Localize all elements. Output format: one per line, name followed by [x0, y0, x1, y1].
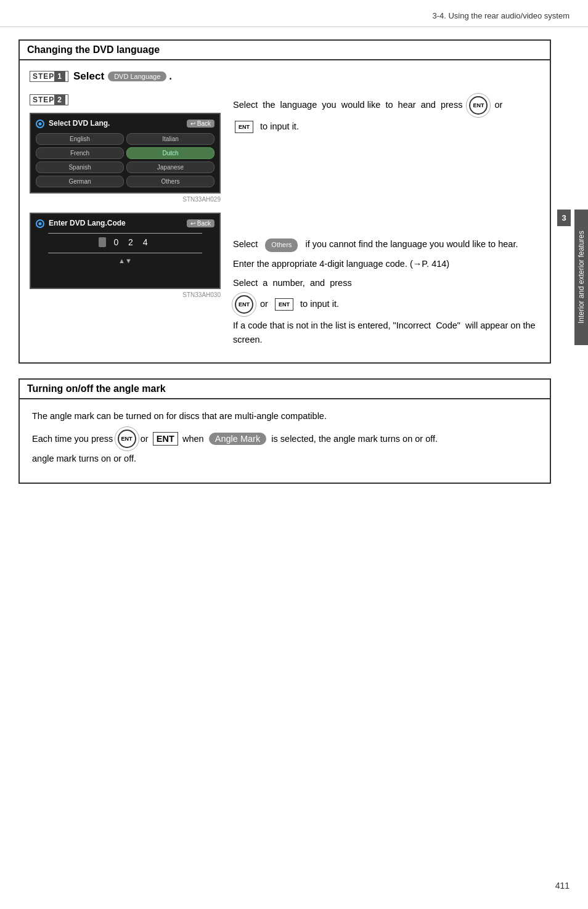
step2-badge: STEP2 — [30, 94, 68, 105]
section2-title: Turning on/off the angle mark — [20, 380, 550, 399]
screen1-title: Select DVD Lang. — [49, 119, 110, 128]
ent-box-1: ENT — [235, 121, 253, 133]
screen1-mockup: Select DVD Lang. ↩ Back English Italian … — [30, 113, 221, 194]
screen2-back-btn[interactable]: ↩ Back — [187, 219, 214, 227]
step1-period: . — [169, 70, 172, 83]
code-digits: 0 2 4 — [113, 237, 151, 247]
code-entry: 0 2 4 ▲▼ — [36, 233, 214, 264]
ent-circle-3: ENT — [118, 430, 136, 448]
code-divider — [48, 233, 202, 234]
screen2-title-area: Enter DVD Lang.Code — [36, 219, 126, 228]
screen1-caption: STN33AH029 — [30, 196, 221, 203]
section1-content: STEP1 Select DVD Language . STEP2 — [20, 60, 550, 362]
angle-line5: angle mark turns on or off. — [30, 452, 540, 467]
screen1-icon — [36, 120, 44, 128]
step2-container: STEP2 Select DVD Lang. ↩ Back — [30, 94, 540, 353]
code-divider2 — [48, 253, 202, 253]
screen2-right-line1: Select Others if you cannot find the lan… — [233, 237, 540, 252]
page-header: 3-4. Using the rear audio/video system — [0, 0, 588, 27]
section-changing-dvd-language: Changing the DVD language STEP1 Select D… — [18, 39, 551, 364]
language-grid: English Italian French Dutch Spanish Jap… — [36, 133, 214, 187]
screen2-title: Enter DVD Lang.Code — [49, 219, 126, 227]
screen2-caption: STN33AH030 — [30, 291, 221, 298]
main-content: Changing the DVD language STEP1 Select D… — [0, 33, 588, 502]
lang-german[interactable]: German — [36, 176, 124, 187]
section2-content: The angle mark can be turned on for disc… — [20, 399, 550, 483]
step2-number: 2 — [54, 95, 65, 105]
angle-body1: The angle mark can be turned on for disc… — [30, 409, 540, 424]
section-angle-mark: Turning on/off the angle mark The angle … — [18, 378, 551, 484]
screen2-header: Enter DVD Lang.Code ↩ Back — [36, 219, 214, 228]
code-arrows: ▲▼ — [36, 257, 214, 264]
ent-circle-2: ENT — [235, 295, 253, 314]
angle-line3: when — [182, 434, 204, 444]
chapter-number: 3 — [557, 210, 571, 226]
screen1-title-area: Select DVD Lang. — [36, 119, 110, 128]
screen2-icon — [36, 219, 44, 228]
ent-box-3: ENT — [153, 432, 178, 446]
step1-row: STEP1 Select DVD Language . — [30, 70, 540, 83]
lang-japanese[interactable]: Japanese — [126, 161, 214, 173]
lang-dutch[interactable]: Dutch — [126, 147, 214, 159]
ent-box-2: ENT — [275, 298, 293, 311]
lang-french[interactable]: French — [36, 147, 124, 159]
angle-mark-pill: Angle Mark — [209, 433, 266, 445]
step2-ent-box-text: ENT to input it. — [233, 120, 540, 134]
page-number: 411 — [555, 881, 570, 891]
dvd-language-pill: DVD Language — [108, 71, 166, 81]
others-pill: Others — [265, 238, 298, 252]
code-display: 0 2 4 — [99, 237, 151, 247]
screen2-mockup: Enter DVD Lang.Code ↩ Back 0 2 — [30, 213, 221, 289]
lang-spanish[interactable]: Spanish — [36, 161, 124, 173]
angle-line4: is selected, the angle mark turns on or … — [271, 434, 438, 444]
ent-circle-1: ENT — [469, 96, 488, 115]
angle-inline: Each time you press ENT or ENT when Angl… — [30, 430, 540, 448]
screen2-right-ent: ENT or ENT to input it. — [233, 295, 540, 314]
angle-line2: or — [141, 434, 149, 444]
step1-number: 1 — [54, 71, 65, 81]
step1-label: STEP1 — [30, 71, 68, 82]
screen1-back-btn[interactable]: ↩ Back — [187, 120, 214, 128]
code-chip-icon — [99, 237, 106, 247]
step2-label: STEP2 — [30, 94, 68, 105]
screen1-header: Select DVD Lang. ↩ Back — [36, 119, 214, 128]
header-title: 3-4. Using the rear audio/video system — [432, 11, 570, 20]
step2-right: Select the language you would like to he… — [233, 94, 540, 353]
lang-english[interactable]: English — [36, 133, 124, 145]
screen2-right-line4: If a code that is not in the list is ent… — [233, 319, 540, 347]
side-tab: Interior and exterior features — [574, 210, 588, 345]
lang-others[interactable]: Others — [126, 176, 214, 187]
section1-title: Changing the DVD language — [20, 41, 550, 60]
step2-left: STEP2 Select DVD Lang. ↩ Back — [30, 94, 221, 298]
screen2-right-line3: Select a number, and press — [233, 276, 540, 290]
screen2-right-line2: Enter the appropriate 4-digit language c… — [233, 257, 540, 271]
step2-right-text: Select the language you would like to he… — [233, 96, 540, 115]
angle-line1: Each time you press — [32, 434, 113, 444]
lang-italian[interactable]: Italian — [126, 133, 214, 145]
step1-text: Select — [73, 70, 104, 83]
right-spacer — [233, 139, 540, 237]
screen2-spacer — [36, 264, 214, 283]
